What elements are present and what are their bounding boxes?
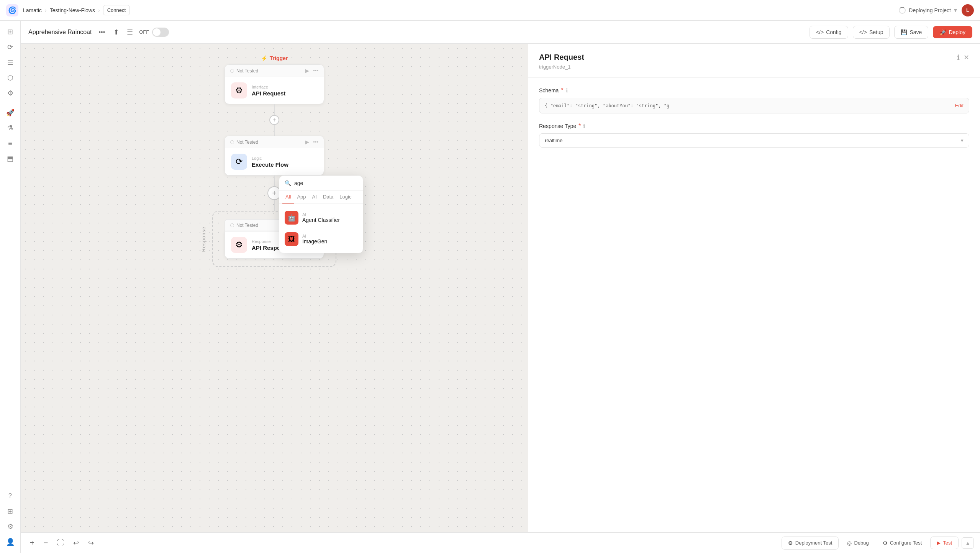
tab-all[interactable]: All [282,191,294,203]
schema-value-text: { "email": "string", "aboutYou": "string… [545,103,669,108]
result-icon-2: 🖼 [285,232,298,246]
connector-1 [274,104,275,115]
panel-subtitle: triggerNode_1 [539,64,969,70]
more2-icon[interactable]: ••• [313,139,318,145]
toggle-switch[interactable] [152,28,169,37]
config-button[interactable]: </> Config [810,26,848,39]
sidebar-widgets[interactable]: ⊞ [3,504,18,519]
setup-button[interactable]: </> Setup [853,26,890,39]
test-button[interactable]: ▶ Test [930,537,959,549]
node2-action-buttons: ▶ ••• [305,139,318,145]
save-icon: 💾 [901,29,907,35]
node-action-buttons: ▶ ••• [305,68,318,74]
sidebar-help[interactable]: ? [3,489,18,503]
response-type-field: Response Type * ℹ realtime ▾ [539,123,969,148]
flow-more-button[interactable]: ••• [96,27,107,37]
sidebar-home[interactable]: ⊞ [3,25,18,39]
deployment-test-icon: ⚙ [788,540,793,546]
node-name: API Request [252,90,285,97]
tab-app[interactable]: App [294,191,309,203]
sidebar-agents[interactable]: ⚙ [3,86,18,100]
configure-test-label: Configure Test [890,540,922,546]
response-type-value: realtime [545,138,562,143]
expand-test-button[interactable]: ▲ [962,537,974,549]
config-icon: </> [816,29,824,35]
sidebar-test[interactable]: ⚗ [3,121,18,135]
app-logo[interactable]: 🌀 [6,4,18,16]
search-popup: 🔍 ✕ All App AI Data Logic 🤖 AI [279,176,363,253]
sidebar-deploy[interactable]: 🚀 [3,105,18,120]
main-toolbar: Apprehensive Raincoat ••• ⬆ ☰ OFF </> Co… [21,21,980,44]
sidebar: ⊞ ⟳ ☰ ⬡ ⚙ 🚀 ⚗ ≡ ⬒ ? ⊞ ⚙ 👤 [0,21,21,553]
sidebar-bottom-group: ? ⊞ ⚙ 👤 [3,489,18,549]
schema-info-icon[interactable]: ℹ [566,87,568,94]
tab-logic[interactable]: Logic [336,191,354,203]
canvas[interactable]: ⚡ Trigger Not Tested ▶ ••• ⚙ Interface A… [21,44,528,532]
sidebar-list[interactable]: ☰ [3,55,18,70]
user-avatar[interactable]: L [962,4,974,16]
node-body: ⚙ Interface API Request [225,77,324,104]
debug-button[interactable]: ◎ Debug [842,537,874,549]
deployment-test-button[interactable]: ⚙ Deployment Test [782,537,839,550]
list-view-button[interactable]: ☰ [125,26,134,38]
lightning-icon: ⚡ [261,55,267,61]
project-name[interactable]: Testing-New-Flows [50,7,95,13]
undo-button[interactable]: ↩ [70,537,82,549]
response-type-select[interactable]: realtime ▾ [539,133,969,148]
deploying-chevron[interactable]: ▾ [954,7,957,14]
play-icon[interactable]: ▶ [305,68,309,74]
sidebar-grid[interactable]: ⬡ [3,71,18,85]
status-dot [230,69,234,73]
search-results: 🤖 AI Agent Classifier 🖼 AI ImageGen [279,204,363,253]
schema-label: Schema [539,87,559,94]
setup-icon: </> [859,29,867,35]
toggle-label: OFF [139,29,149,35]
schema-value-box[interactable]: { "email": "string", "aboutYou": "string… [539,98,969,113]
app-name[interactable]: Lamatic [23,7,42,13]
panel-close-button[interactable]: ✕ [964,53,969,62]
response-sidebar-label: Response [201,226,206,252]
deploying-label: Deploying Project [909,7,951,13]
node-api-request[interactable]: Not Tested ▶ ••• ⚙ Interface API Request [225,64,324,104]
panel-title: API Request [539,53,584,62]
tab-ai[interactable]: AI [309,191,320,203]
add-node-1[interactable]: + [269,115,279,125]
result-cat-2: AI [302,234,327,238]
sidebar-workflows[interactable]: ⟳ [3,40,18,54]
sidebar-logs[interactable]: ≡ [3,136,18,151]
connector-2 [274,125,275,136]
panel-info-button[interactable]: ℹ [957,53,960,62]
setup-label: Setup [869,29,883,35]
share-button[interactable]: ⬆ [112,26,121,38]
result-agent-classifier[interactable]: 🤖 AI Agent Classifier [279,207,363,228]
configure-test-button[interactable]: ⚙ Configure Test [877,537,928,549]
zoom-minus-button[interactable]: − [41,537,51,549]
search-input[interactable] [294,180,361,186]
connector-4 [274,200,275,211]
search-input-row: 🔍 ✕ [279,176,363,191]
chevron-down-icon: ▾ [961,138,964,143]
flow-name: Apprehensive Raincoat [28,29,92,36]
edit-link[interactable]: Edit [955,103,964,108]
response-type-required: * [578,123,581,130]
more-icon[interactable]: ••• [313,68,318,74]
sidebar-settings[interactable]: ⚙ [3,519,18,534]
save-button[interactable]: 💾 Save [894,26,928,39]
deploy-button[interactable]: 🚀 Deploy [933,26,972,38]
response-type-label: Response Type [539,123,576,129]
fit-view-button[interactable]: ⛶ [54,537,67,548]
sidebar-user[interactable]: 👤 [3,535,18,549]
zoom-add-button[interactable]: + [27,537,38,549]
deployment-test-label: Deployment Test [795,540,833,546]
tab-data[interactable]: Data [320,191,336,203]
node-response-icon: ⚙ [231,237,247,253]
sidebar-data[interactable]: ⬒ [3,151,18,166]
result-icon-1: 🤖 [285,211,298,225]
save-label: Save [910,29,922,35]
play2-icon[interactable]: ▶ [305,139,309,145]
node-execute-flow[interactable]: Not Tested ▶ ••• ⟳ Logic Execute Flow [225,136,324,176]
connect-btn[interactable]: Connect [103,5,130,15]
result-imagegen[interactable]: 🖼 AI ImageGen [279,228,363,250]
redo-button[interactable]: ↪ [85,537,97,549]
response-type-info-icon[interactable]: ℹ [583,123,585,129]
